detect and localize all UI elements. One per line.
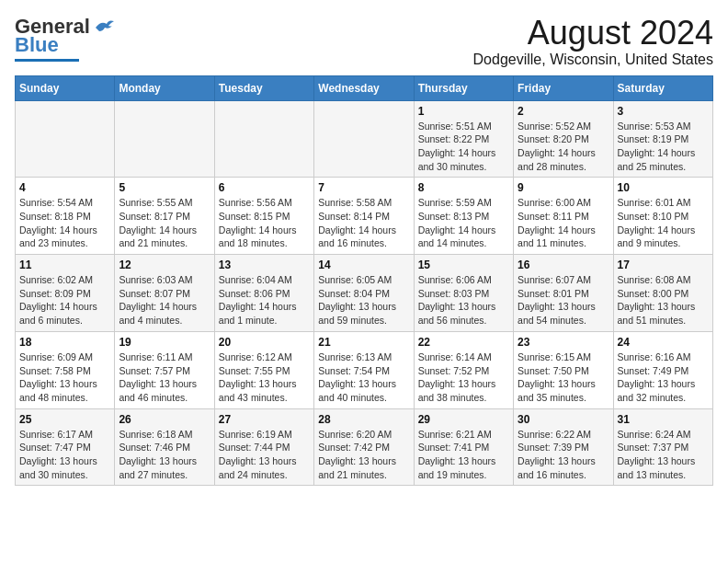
day-number: 27 — [219, 413, 310, 426]
day-number: 25 — [19, 413, 110, 426]
day-number: 30 — [518, 413, 609, 426]
day-number: 9 — [518, 181, 609, 194]
calendar-day-cell: 5Sunrise: 5:55 AMSunset: 8:17 PMDaylight… — [115, 178, 214, 255]
calendar-day-cell: 16Sunrise: 6:07 AMSunset: 8:01 PMDayligh… — [514, 255, 613, 332]
day-number: 29 — [418, 413, 509, 426]
day-number: 3 — [618, 105, 709, 118]
calendar-day-cell — [16, 100, 115, 178]
day-number: 21 — [318, 336, 409, 349]
day-info: Sunrise: 5:59 AMSunset: 8:13 PMDaylight:… — [418, 196, 509, 250]
day-info: Sunrise: 6:18 AMSunset: 7:46 PMDaylight:… — [119, 428, 210, 482]
day-number: 24 — [618, 336, 709, 349]
day-info: Sunrise: 6:15 AMSunset: 7:50 PMDaylight:… — [518, 350, 609, 405]
day-number: 31 — [618, 413, 709, 426]
day-number: 7 — [318, 181, 409, 194]
day-info: Sunrise: 6:16 AMSunset: 7:49 PMDaylight:… — [618, 350, 709, 405]
day-info: Sunrise: 6:19 AMSunset: 7:44 PMDaylight:… — [219, 428, 310, 482]
calendar-day-cell: 18Sunrise: 6:09 AMSunset: 7:58 PMDayligh… — [16, 331, 115, 408]
page-header: General Blue August 2024 Dodgeville, Wis… — [15, 15, 713, 68]
calendar-day-cell: 11Sunrise: 6:02 AMSunset: 8:09 PMDayligh… — [16, 255, 115, 332]
calendar-day-cell: 29Sunrise: 6:21 AMSunset: 7:41 PMDayligh… — [414, 408, 513, 486]
day-number: 14 — [318, 259, 409, 271]
day-info: Sunrise: 5:51 AMSunset: 8:22 PMDaylight:… — [418, 120, 509, 174]
day-number: 16 — [518, 259, 609, 271]
calendar-day-cell: 2Sunrise: 5:52 AMSunset: 8:20 PMDaylight… — [514, 100, 613, 178]
calendar-week-row: 25Sunrise: 6:17 AMSunset: 7:47 PMDayligh… — [16, 408, 713, 486]
location-subtitle: Dodgeville, Wisconsin, United States — [473, 52, 713, 68]
calendar-day-cell: 31Sunrise: 6:24 AMSunset: 7:37 PMDayligh… — [613, 408, 712, 486]
calendar-day-cell: 30Sunrise: 6:22 AMSunset: 7:39 PMDayligh… — [514, 408, 613, 486]
day-info: Sunrise: 6:01 AMSunset: 8:10 PMDaylight:… — [618, 196, 709, 250]
day-info: Sunrise: 5:54 AMSunset: 8:18 PMDaylight:… — [19, 196, 110, 250]
calendar-day-cell: 23Sunrise: 6:15 AMSunset: 7:50 PMDayligh… — [514, 331, 613, 408]
day-info: Sunrise: 6:04 AMSunset: 8:06 PMDaylight:… — [219, 273, 310, 327]
weekday-header-cell: Monday — [115, 75, 214, 100]
calendar-day-cell: 25Sunrise: 6:17 AMSunset: 7:47 PMDayligh… — [16, 408, 115, 486]
day-info: Sunrise: 6:09 AMSunset: 7:58 PMDaylight:… — [19, 350, 110, 405]
day-number: 1 — [418, 105, 509, 118]
calendar-day-cell — [115, 100, 214, 178]
calendar-day-cell: 1Sunrise: 5:51 AMSunset: 8:22 PMDaylight… — [414, 100, 513, 178]
day-info: Sunrise: 5:55 AMSunset: 8:17 PMDaylight:… — [119, 196, 210, 250]
day-info: Sunrise: 6:11 AMSunset: 7:57 PMDaylight:… — [119, 350, 210, 405]
calendar-day-cell: 14Sunrise: 6:05 AMSunset: 8:04 PMDayligh… — [314, 255, 414, 332]
day-number: 23 — [518, 336, 609, 349]
calendar-day-cell: 26Sunrise: 6:18 AMSunset: 7:46 PMDayligh… — [115, 408, 214, 486]
month-year-title: August 2024 — [473, 15, 713, 52]
day-info: Sunrise: 6:07 AMSunset: 8:01 PMDaylight:… — [518, 273, 609, 327]
calendar-day-cell: 12Sunrise: 6:03 AMSunset: 8:07 PMDayligh… — [115, 255, 214, 332]
day-number: 15 — [418, 259, 509, 271]
day-number: 19 — [119, 336, 210, 349]
day-info: Sunrise: 6:03 AMSunset: 8:07 PMDaylight:… — [119, 273, 210, 327]
calendar-day-cell: 6Sunrise: 5:56 AMSunset: 8:15 PMDaylight… — [214, 178, 313, 255]
calendar-day-cell: 28Sunrise: 6:20 AMSunset: 7:42 PMDayligh… — [314, 408, 414, 486]
day-info: Sunrise: 6:05 AMSunset: 8:04 PMDaylight:… — [318, 273, 409, 327]
day-info: Sunrise: 5:52 AMSunset: 8:20 PMDaylight:… — [518, 120, 609, 174]
calendar-day-cell: 21Sunrise: 6:13 AMSunset: 7:54 PMDayligh… — [314, 331, 414, 408]
logo: General Blue — [15, 15, 114, 62]
day-info: Sunrise: 6:22 AMSunset: 7:39 PMDaylight:… — [518, 428, 609, 482]
day-info: Sunrise: 6:20 AMSunset: 7:42 PMDaylight:… — [318, 428, 409, 482]
day-number: 26 — [119, 413, 210, 426]
day-number: 28 — [318, 413, 409, 426]
day-number: 17 — [618, 259, 709, 271]
day-number: 10 — [618, 181, 709, 194]
calendar-day-cell: 15Sunrise: 6:06 AMSunset: 8:03 PMDayligh… — [414, 255, 513, 332]
day-info: Sunrise: 6:12 AMSunset: 7:55 PMDaylight:… — [219, 350, 310, 405]
weekday-header-row: SundayMondayTuesdayWednesdayThursdayFrid… — [16, 75, 713, 100]
calendar-day-cell: 3Sunrise: 5:53 AMSunset: 8:19 PMDaylight… — [613, 100, 712, 178]
calendar-day-cell: 19Sunrise: 6:11 AMSunset: 7:57 PMDayligh… — [115, 331, 214, 408]
day-number: 6 — [219, 181, 310, 194]
day-info: Sunrise: 6:13 AMSunset: 7:54 PMDaylight:… — [318, 350, 409, 405]
weekday-header-cell: Friday — [514, 75, 613, 100]
day-info: Sunrise: 5:56 AMSunset: 8:15 PMDaylight:… — [219, 196, 310, 250]
calendar-day-cell: 22Sunrise: 6:14 AMSunset: 7:52 PMDayligh… — [414, 331, 513, 408]
weekday-header-cell: Thursday — [414, 75, 513, 100]
calendar-body: 1Sunrise: 5:51 AMSunset: 8:22 PMDaylight… — [16, 100, 713, 486]
day-number: 2 — [518, 105, 609, 118]
calendar-day-cell: 13Sunrise: 6:04 AMSunset: 8:06 PMDayligh… — [214, 255, 313, 332]
calendar-week-row: 1Sunrise: 5:51 AMSunset: 8:22 PMDaylight… — [16, 100, 713, 178]
day-number: 22 — [418, 336, 509, 349]
day-number: 12 — [119, 259, 210, 271]
calendar-day-cell: 20Sunrise: 6:12 AMSunset: 7:55 PMDayligh… — [214, 331, 313, 408]
calendar-week-row: 11Sunrise: 6:02 AMSunset: 8:09 PMDayligh… — [16, 255, 713, 332]
day-info: Sunrise: 5:53 AMSunset: 8:19 PMDaylight:… — [618, 120, 709, 174]
calendar-day-cell: 17Sunrise: 6:08 AMSunset: 8:00 PMDayligh… — [613, 255, 712, 332]
day-number: 20 — [219, 336, 310, 349]
calendar-day-cell: 24Sunrise: 6:16 AMSunset: 7:49 PMDayligh… — [613, 331, 712, 408]
day-number: 18 — [19, 336, 110, 349]
day-info: Sunrise: 6:08 AMSunset: 8:00 PMDaylight:… — [618, 273, 709, 327]
day-number: 13 — [219, 259, 310, 271]
day-info: Sunrise: 6:17 AMSunset: 7:47 PMDaylight:… — [19, 428, 110, 482]
calendar-day-cell: 8Sunrise: 5:59 AMSunset: 8:13 PMDaylight… — [414, 178, 513, 255]
day-info: Sunrise: 6:14 AMSunset: 7:52 PMDaylight:… — [418, 350, 509, 405]
title-block: August 2024 Dodgeville, Wisconsin, Unite… — [473, 15, 713, 68]
day-number: 11 — [19, 259, 110, 271]
day-info: Sunrise: 5:58 AMSunset: 8:14 PMDaylight:… — [318, 196, 409, 250]
day-info: Sunrise: 6:00 AMSunset: 8:11 PMDaylight:… — [518, 196, 609, 250]
logo-blue-text: Blue — [15, 33, 59, 57]
weekday-header-cell: Tuesday — [214, 75, 313, 100]
calendar-day-cell: 4Sunrise: 5:54 AMSunset: 8:18 PMDaylight… — [16, 178, 115, 255]
calendar-day-cell — [314, 100, 414, 178]
